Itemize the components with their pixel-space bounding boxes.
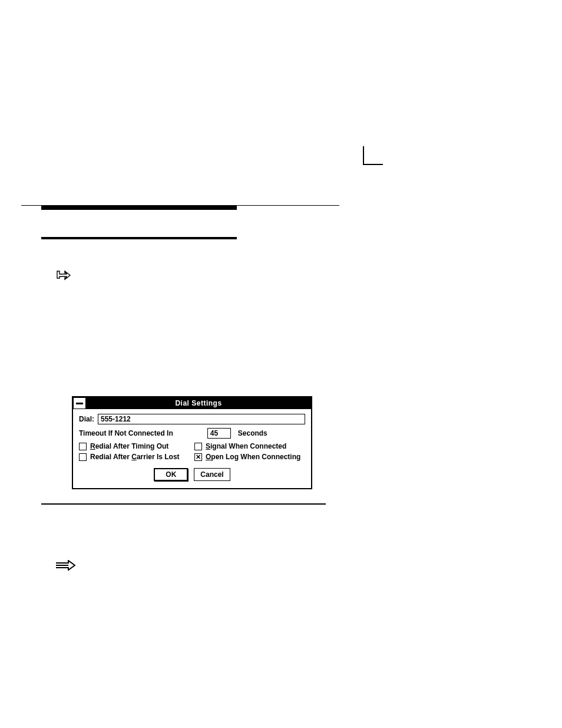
checkbox-icon [79, 453, 87, 461]
mid-rule [41, 503, 326, 505]
system-menu-button[interactable] [73, 397, 86, 409]
top-rule [21, 205, 339, 210]
dial-input[interactable] [98, 414, 305, 424]
pointing-hand-icon [56, 269, 72, 281]
checkbox-icon [194, 453, 202, 461]
checkbox-label: Redial After Timing Out [90, 442, 168, 450]
redial-after-carrier-lost-checkbox[interactable]: Redial After Carrier Is Lost [79, 453, 190, 461]
signal-when-connected-checkbox[interactable]: Signal When Connected [194, 442, 305, 450]
titlebar: Dial Settings [73, 397, 311, 409]
dialog-title: Dial Settings [86, 397, 311, 409]
timeout-input[interactable] [207, 428, 231, 439]
timeout-label: Timeout If Not Connected In [79, 429, 173, 437]
checkbox-icon [194, 443, 202, 450]
cancel-button[interactable]: Cancel [194, 468, 230, 481]
ok-button[interactable]: OK [154, 468, 188, 481]
redial-after-timeout-checkbox[interactable]: Redial After Timing Out [79, 442, 190, 450]
checkbox-icon [79, 443, 87, 450]
corner-crop-mark [363, 146, 383, 165]
arrow-right-icon [55, 560, 75, 571]
checkbox-label: Redial After Carrier Is Lost [90, 453, 180, 461]
dial-settings-dialog: Dial Settings Dial: Timeout If Not Conne… [72, 396, 312, 489]
checkbox-label: Signal When Connected [206, 442, 286, 450]
dial-label: Dial: [79, 415, 94, 423]
seconds-label: Seconds [238, 429, 267, 437]
open-log-when-connecting-checkbox[interactable]: Open Log When Connecting [194, 453, 305, 461]
checkbox-label: Open Log When Connecting [206, 453, 300, 461]
thick-rule [41, 237, 237, 239]
